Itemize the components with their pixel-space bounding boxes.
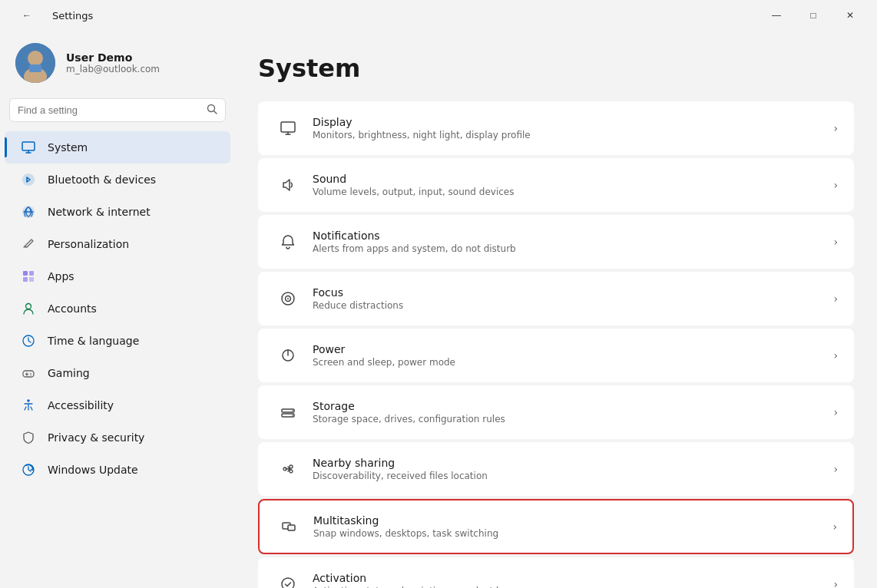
display-text: Display Monitors, brightness, night ligh… bbox=[302, 116, 833, 140]
multitasking-desc: Snap windows, desktops, task switching bbox=[313, 528, 822, 539]
notifications-chevron: › bbox=[833, 236, 838, 248]
activation-text: Activation Activation state, subscriptio… bbox=[302, 572, 833, 588]
settings-item-focus[interactable]: Focus Reduce distractions › bbox=[258, 272, 854, 325]
back-button[interactable]: ← bbox=[9, 3, 45, 28]
sidebar-item-system[interactable]: System bbox=[5, 131, 230, 164]
settings-item-notifications[interactable]: Notifications Alerts from apps and syste… bbox=[258, 215, 854, 269]
user-profile[interactable]: User Demo m_lab@outlook.com bbox=[0, 31, 235, 98]
search-container bbox=[0, 98, 235, 131]
app-body: User Demo m_lab@outlook.com bbox=[0, 31, 877, 588]
sidebar-item-update[interactable]: Windows Update bbox=[5, 454, 230, 486]
sidebar-item-accessibility-label: Accessibility bbox=[48, 399, 114, 411]
svg-point-37 bbox=[283, 467, 286, 471]
settings-item-nearby[interactable]: Nearby sharing Discoverability, received… bbox=[258, 442, 854, 496]
svg-point-39 bbox=[290, 470, 293, 473]
settings-item-power[interactable]: Power Screen and sleep, power mode › bbox=[258, 329, 854, 382]
svg-point-1 bbox=[28, 51, 43, 66]
search-box bbox=[9, 98, 226, 122]
svg-rect-13 bbox=[29, 271, 34, 276]
nearby-text: Nearby sharing Discoverability, received… bbox=[302, 457, 833, 481]
power-text: Power Screen and sleep, power mode bbox=[302, 343, 833, 368]
sidebar-item-personalization[interactable]: Personalization bbox=[5, 228, 230, 260]
focus-icon bbox=[274, 285, 302, 312]
sound-desc: Volume levels, output, input, sound devi… bbox=[313, 187, 822, 197]
sidebar: User Demo m_lab@outlook.com bbox=[0, 31, 235, 588]
titlebar-controls: — □ ✕ bbox=[759, 3, 868, 28]
svg-rect-12 bbox=[23, 271, 28, 276]
main-content: System Display Monitors, brightness, nig… bbox=[235, 31, 877, 588]
svg-rect-6 bbox=[22, 142, 35, 150]
minimize-button[interactable]: — bbox=[759, 3, 794, 28]
power-chevron: › bbox=[833, 349, 838, 362]
svg-point-23 bbox=[27, 399, 30, 402]
svg-point-36 bbox=[292, 415, 293, 416]
system-icon bbox=[20, 139, 37, 156]
display-icon bbox=[274, 114, 302, 142]
sidebar-item-network-label: Network & internet bbox=[48, 206, 151, 218]
privacy-icon bbox=[20, 429, 37, 446]
storage-desc: Storage space, drives, configuration rul… bbox=[313, 414, 822, 424]
sidebar-item-update-label: Windows Update bbox=[48, 464, 138, 476]
power-title: Power bbox=[313, 343, 822, 355]
personalization-icon bbox=[20, 236, 37, 253]
svg-point-16 bbox=[26, 304, 31, 309]
svg-rect-15 bbox=[29, 277, 34, 282]
power-desc: Screen and sleep, power mode bbox=[313, 357, 822, 368]
settings-item-activation[interactable]: Activation Activation state, subscriptio… bbox=[258, 557, 854, 588]
sidebar-item-apps[interactable]: Apps bbox=[5, 260, 230, 292]
notifications-desc: Alerts from apps and system, do not dist… bbox=[313, 243, 822, 254]
focus-title: Focus bbox=[313, 286, 822, 299]
sidebar-item-accounts-label: Accounts bbox=[48, 302, 97, 315]
settings-item-multitasking[interactable]: Multitasking Snap windows, desktops, tas… bbox=[258, 499, 854, 554]
settings-item-storage[interactable]: Storage Storage space, drives, configura… bbox=[258, 385, 854, 439]
power-icon bbox=[274, 342, 302, 369]
update-icon bbox=[20, 461, 37, 478]
titlebar-left: ← Settings bbox=[9, 3, 93, 28]
focus-desc: Reduce distractions bbox=[313, 300, 822, 311]
svg-point-30 bbox=[287, 298, 289, 299]
nearby-chevron: › bbox=[833, 463, 838, 475]
sidebar-item-accessibility[interactable]: Accessibility bbox=[5, 389, 230, 421]
display-desc: Monitors, brightness, night light, displ… bbox=[313, 130, 822, 140]
sidebar-item-privacy-label: Privacy & security bbox=[48, 431, 144, 444]
accessibility-icon bbox=[20, 397, 37, 414]
sidebar-item-accounts[interactable]: Accounts bbox=[5, 292, 230, 325]
nearby-icon bbox=[274, 455, 302, 483]
settings-item-display[interactable]: Display Monitors, brightness, night ligh… bbox=[258, 101, 854, 155]
apps-icon bbox=[20, 268, 37, 285]
sidebar-item-gaming-label: Gaming bbox=[48, 367, 90, 379]
user-info: User Demo m_lab@outlook.com bbox=[66, 51, 160, 74]
titlebar-title: Settings bbox=[52, 10, 93, 21]
sidebar-item-apps-label: Apps bbox=[48, 270, 74, 282]
storage-chevron: › bbox=[833, 406, 838, 418]
sidebar-item-time[interactable]: Time & language bbox=[5, 325, 230, 357]
titlebar: ← Settings — □ ✕ bbox=[0, 0, 877, 31]
search-input[interactable] bbox=[18, 104, 200, 116]
close-button[interactable]: ✕ bbox=[832, 3, 868, 28]
sidebar-item-privacy[interactable]: Privacy & security bbox=[5, 421, 230, 454]
focus-chevron: › bbox=[833, 292, 838, 305]
sidebar-item-network[interactable]: Network & internet bbox=[5, 196, 230, 228]
activation-title: Activation bbox=[313, 572, 822, 584]
svg-rect-41 bbox=[288, 525, 295, 530]
multitasking-text: Multitasking Snap windows, desktops, tas… bbox=[303, 514, 832, 539]
maximize-button[interactable]: □ bbox=[796, 3, 831, 28]
display-title: Display bbox=[313, 116, 822, 128]
settings-list: Display Monitors, brightness, night ligh… bbox=[258, 101, 854, 588]
sidebar-item-time-label: Time & language bbox=[48, 335, 139, 347]
accounts-icon bbox=[20, 300, 37, 317]
svg-point-22 bbox=[30, 375, 31, 376]
sidebar-item-gaming[interactable]: Gaming bbox=[5, 357, 230, 389]
sidebar-item-bluetooth[interactable]: Bluetooth & devices bbox=[5, 164, 230, 196]
svg-point-38 bbox=[290, 465, 293, 468]
settings-item-sound[interactable]: Sound Volume levels, output, input, soun… bbox=[258, 158, 854, 212]
user-name: User Demo bbox=[66, 51, 160, 64]
activation-icon bbox=[274, 570, 302, 588]
svg-rect-18 bbox=[23, 371, 34, 377]
sidebar-item-personalization-label: Personalization bbox=[48, 238, 129, 250]
multitasking-chevron: › bbox=[832, 520, 837, 533]
notifications-title: Notifications bbox=[313, 230, 822, 242]
svg-point-42 bbox=[282, 578, 294, 588]
sidebar-item-bluetooth-label: Bluetooth & devices bbox=[48, 173, 156, 186]
notifications-icon bbox=[274, 228, 302, 256]
